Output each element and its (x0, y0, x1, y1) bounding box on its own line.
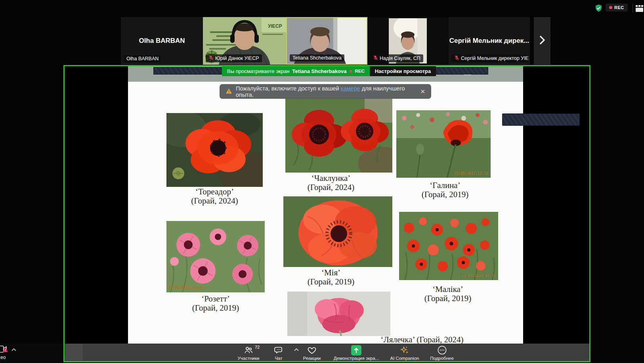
participant-display-name: Сергій Мельник дирек... (449, 37, 530, 45)
ai-sparkle-icon (399, 345, 410, 355)
toolbar-left-panel (65, 344, 83, 361)
gallery-view-icon[interactable] (636, 5, 643, 13)
video-button-label-partial: ео (0, 355, 6, 360)
caption-rozett: ‘Розетт’(Горай, 2019) (159, 294, 273, 313)
caption-lialechka: ‘Лялечка’ (Горай, 2024) (359, 335, 485, 344)
muted-mic-icon (454, 55, 459, 61)
camera-link[interactable]: камере (341, 85, 360, 92)
topbar-divider (633, 4, 633, 13)
caption-miia: ‘Мія’(Горай, 2019) (273, 268, 388, 286)
participant-tile-serhii[interactable]: Сергій Мельник дирек... Сергій Мельник д… (449, 17, 530, 65)
rec-dot-icon (349, 70, 352, 73)
redacted-overlay-box (502, 113, 580, 126)
caption-toreador: ‘Тореадор’(Горай, 2024) (159, 187, 271, 206)
caption-chaklunka: ‘Чаклунка’(Горай, 2024) (273, 174, 388, 192)
camera-access-toast: Пожалуйста, включите доступ к вашей каме… (220, 84, 431, 99)
photo-timestamp: 30/05/2015 08:50 (169, 286, 203, 290)
viewing-text: Вы просматриваете экран (227, 68, 289, 74)
share-screen-icon (351, 345, 361, 355)
share-screen-button[interactable]: Демонстрация экра... (327, 345, 386, 361)
participant-tile-nadiia[interactable]: Надія Сауляк, СП (367, 17, 449, 65)
rec-dot-icon (609, 6, 612, 9)
video-chevron-up-icon[interactable] (11, 346, 17, 353)
participants-icon (243, 345, 254, 355)
zoom-meeting-window: REC Olha BARBAN Olha BARBAN (0, 0, 644, 363)
participant-name-label: Юрій Данюк УІЕСР (206, 54, 262, 62)
muted-mic-icon (208, 55, 214, 61)
chat-icon (274, 345, 284, 355)
recording-indicator: REC (606, 4, 628, 12)
photo-timestamp: 25/05/2017 12:52 (454, 171, 488, 175)
participant-name-label: Надія Сауляк, СП (370, 54, 423, 62)
participant-display-name: Olha BARBAN (121, 37, 203, 45)
photo-lialechka (287, 292, 390, 336)
participant-tile-yurii[interactable]: УІЕСР Юрій Данюк УІЕСР (203, 17, 286, 65)
participants-button[interactable]: 72 Участники (233, 345, 264, 361)
share-pillarbox-right (523, 66, 589, 361)
photo-rozett: 30/05/2015 08:50 (166, 221, 265, 292)
more-button[interactable]: Подробнее (426, 345, 458, 361)
banner-rec-label: REC (355, 69, 364, 73)
participant-tile-tetiana[interactable]: Tetiana Shcherbakova (286, 17, 367, 65)
participant-name-label: Olha BARBAN (124, 55, 161, 62)
heart-icon (307, 345, 317, 355)
photo-chaklunka (285, 98, 392, 173)
muted-mic-icon (373, 55, 378, 61)
photo-malika: 27.05.2015 09:52 (399, 212, 498, 280)
toast-text: Пожалуйста, включите доступ к вашей каме… (236, 85, 411, 98)
caption-malika: ‘Маліка’(Горай, 2019) (392, 285, 503, 303)
photo-timestamp: 27.05.2015 09:52 (461, 274, 496, 278)
view-options-button[interactable]: Настройки просмотра (370, 66, 436, 76)
participant-tile-olha[interactable]: Olha BARBAN Olha BARBAN (121, 17, 203, 65)
participants-count-badge: 72 (255, 345, 260, 350)
chat-button[interactable]: Чат (266, 345, 291, 361)
warning-icon (225, 88, 232, 95)
rec-label: REC (614, 5, 624, 10)
caption-galyna: ‘Галина’(Горай, 2019) (390, 181, 501, 199)
share-pillarbox-left (65, 66, 128, 361)
presenter-name: Tetiana Shcherbakova (292, 68, 346, 74)
participant-name-label: Сергій Мельник директор УІЕ... (451, 54, 529, 62)
photo-toreador (166, 113, 263, 187)
next-participants-button[interactable] (534, 17, 550, 65)
photo-miia (283, 196, 392, 267)
ellipsis-icon (437, 345, 447, 355)
participant-name-label: Tetiana Shcherbakova (290, 54, 344, 61)
meeting-toolbar: 72 Участники Чат Реакции Демонстрация эк… (65, 344, 590, 361)
reactions-button[interactable]: Реакции (296, 345, 328, 361)
photo-galyna: 25/05/2017 12:52 (396, 110, 491, 178)
viewing-banner: Вы просматриваете экран Tetiana Shcherba… (222, 66, 436, 76)
camera-warning-icon (2, 347, 8, 354)
security-shield-icon[interactable] (594, 4, 603, 14)
ai-companion-button[interactable]: AI Companion (379, 345, 430, 361)
institute-logo-text: УІЕСР (268, 23, 282, 29)
chevron-right-icon (539, 35, 545, 47)
toast-close-button[interactable]: ✕ (415, 88, 425, 95)
toolbar-left-edge: ео (0, 344, 63, 363)
